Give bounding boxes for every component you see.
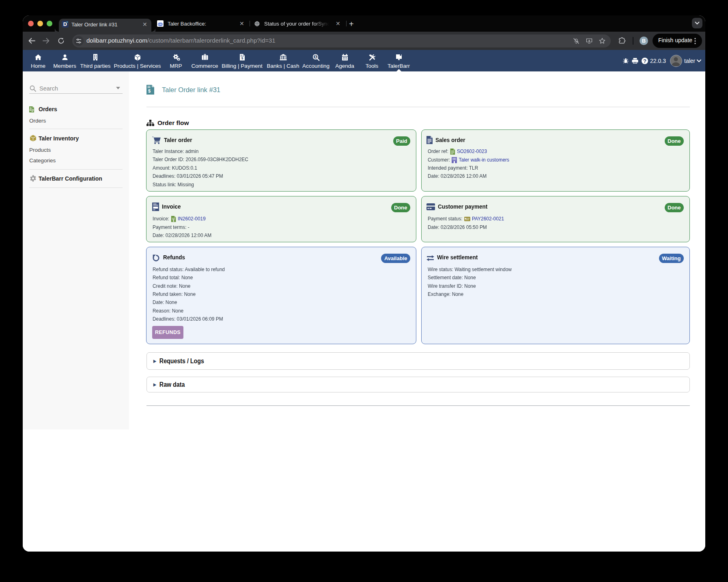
svg-text:$: $ xyxy=(148,88,151,93)
svg-text:$: $ xyxy=(314,55,317,59)
svg-text:$: $ xyxy=(172,219,174,222)
svg-text:$: $ xyxy=(241,56,243,60)
